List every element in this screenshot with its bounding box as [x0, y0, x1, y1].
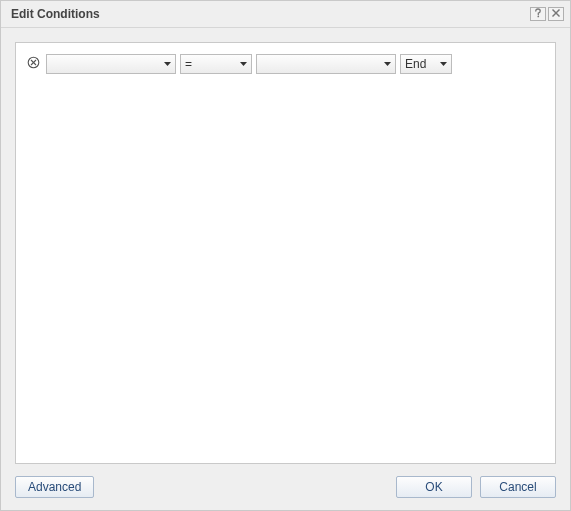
footer: Advanced OK Cancel — [1, 464, 570, 510]
close-icon — [551, 7, 561, 21]
titlebar: Edit Conditions — [1, 1, 570, 28]
advanced-button-label: Advanced — [28, 480, 81, 494]
svg-point-0 — [537, 16, 539, 18]
value-select[interactable] — [256, 54, 396, 74]
joiner-select-value: End — [401, 57, 436, 71]
field-select[interactable] — [46, 54, 176, 74]
ok-button-label: OK — [425, 480, 442, 494]
svg-marker-8 — [384, 62, 391, 66]
delete-icon — [27, 56, 40, 72]
close-button[interactable] — [548, 7, 564, 21]
operator-select[interactable]: = — [180, 54, 252, 74]
advanced-button[interactable]: Advanced — [15, 476, 94, 498]
content-outer: = End — [1, 28, 570, 464]
operator-select-value: = — [181, 57, 236, 71]
ok-button[interactable]: OK — [396, 476, 472, 498]
conditions-panel: = End — [15, 42, 556, 464]
svg-marker-9 — [440, 62, 447, 66]
chevron-down-icon — [236, 55, 251, 73]
delete-condition-button[interactable] — [26, 57, 40, 71]
dialog-title: Edit Conditions — [11, 7, 528, 21]
joiner-select[interactable]: End — [400, 54, 452, 74]
chevron-down-icon — [160, 55, 175, 73]
condition-row: = End — [26, 53, 545, 75]
help-icon — [533, 7, 543, 21]
chevron-down-icon — [380, 55, 395, 73]
svg-marker-7 — [240, 62, 247, 66]
edit-conditions-dialog: Edit Conditions — [0, 0, 571, 511]
cancel-button-label: Cancel — [499, 480, 536, 494]
svg-marker-6 — [164, 62, 171, 66]
chevron-down-icon — [436, 55, 451, 73]
cancel-button[interactable]: Cancel — [480, 476, 556, 498]
help-button[interactable] — [530, 7, 546, 21]
